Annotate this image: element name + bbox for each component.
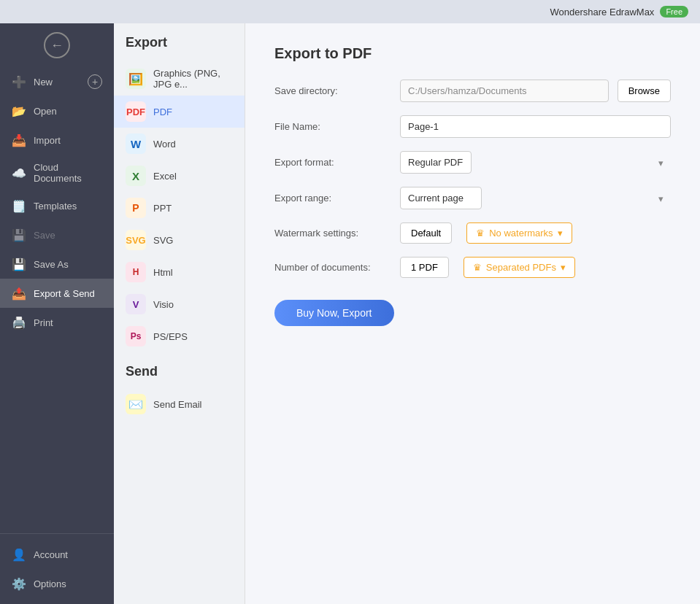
export-item-html[interactable]: H Html: [114, 256, 245, 288]
sidebar-item-templates[interactable]: 🗒️ Templates: [0, 191, 114, 220]
export-panel-title: Export: [114, 35, 245, 62]
export-panel: Export 🖼️ Graphics (PNG, JPG e... PDF PD…: [114, 23, 245, 604]
separated-button[interactable]: ♛ Separated PDFs ▾: [464, 257, 575, 278]
export-format-row: Export format: Regular PDF PDF/A PDF/X: [274, 151, 671, 174]
sidebar-item-options-label: Options: [34, 578, 66, 589]
export-format-label: Export format:: [274, 157, 391, 168]
watermark-label: Watermark settings:: [274, 228, 391, 239]
options-icon: ⚙️: [12, 576, 26, 591]
pdf-icon: PDF: [126, 101, 146, 122]
sidebar-item-cloud-label: Cloud Documents: [34, 162, 102, 184]
svg-icon: SVG: [126, 230, 146, 250]
ps-icon: Ps: [126, 326, 146, 346]
sidebar-item-new-label: New: [34, 77, 53, 88]
app-body: ← ➕ New + 📂 Open 📥 Import ☁️ Cloud Docum…: [0, 23, 700, 604]
app-name: Wondershare EdrawMax: [550, 7, 655, 18]
templates-icon: 🗒️: [12, 198, 26, 213]
export-item-excel-label: Excel: [153, 171, 177, 182]
free-badge: Free: [660, 6, 688, 18]
export-item-pseps-label: PS/EPS: [153, 331, 188, 342]
sidebar-item-save-label: Save: [34, 230, 55, 241]
new-icon: ➕: [12, 74, 26, 89]
num-docs-row: Number of documents: 1 PDF ♛ Separated P…: [274, 257, 671, 278]
export-item-pseps[interactable]: Ps PS/EPS: [114, 320, 245, 352]
saveas-icon: 💾: [12, 257, 26, 271]
export-item-ppt[interactable]: P PPT: [114, 192, 245, 224]
right-panel: Export to PDF Save directory: Browse Fil…: [245, 23, 700, 604]
sidebar-bottom: 👤 Account ⚙️ Options: [0, 533, 114, 604]
sidebar-items: ➕ New + 📂 Open 📥 Import ☁️ Cloud Documen…: [0, 67, 114, 533]
open-icon: 📂: [12, 104, 26, 118]
export-format-select[interactable]: Regular PDF PDF/A PDF/X: [400, 151, 472, 174]
excel-icon: X: [126, 166, 146, 186]
export-item-word[interactable]: W Word: [114, 128, 245, 160]
file-name-label: File Name:: [274, 121, 391, 132]
cloud-icon: ☁️: [12, 166, 26, 180]
sidebar-item-options[interactable]: ⚙️ Options: [0, 569, 114, 598]
watermark-crown-icon: ♛: [476, 228, 485, 239]
export-range-wrapper: Current page All pages Selected pages: [400, 187, 671, 209]
num-docs-label: Number of documents:: [274, 262, 391, 273]
export-item-sendemail[interactable]: ✉️ Send Email: [114, 388, 245, 420]
sidebar-item-new[interactable]: ➕ New +: [0, 67, 114, 96]
sidebar-item-export[interactable]: 📤 Export & Send: [0, 279, 114, 308]
export-item-sendemail-label: Send Email: [153, 399, 201, 410]
export-icon: 📤: [12, 286, 26, 301]
doc-count-button[interactable]: 1 PDF: [400, 257, 449, 278]
watermark-default-button[interactable]: Default: [400, 222, 452, 244]
back-button[interactable]: ←: [44, 32, 70, 58]
html-icon: H: [126, 262, 146, 282]
export-item-graphics[interactable]: 🖼️ Graphics (PNG, JPG e...: [114, 62, 245, 96]
export-item-visio[interactable]: V Visio: [114, 288, 245, 320]
export-range-label: Export range:: [274, 193, 391, 204]
sidebar-item-open[interactable]: 📂 Open: [0, 96, 114, 125]
watermark-dropdown-icon: ▾: [558, 228, 563, 239]
sidebar-item-save: 💾 Save: [0, 220, 114, 249]
save-directory-input[interactable]: [400, 80, 609, 102]
separated-crown-icon: ♛: [473, 262, 482, 273]
ppt-icon: P: [126, 198, 146, 218]
export-item-word-label: Word: [153, 139, 176, 150]
export-item-visio-label: Visio: [153, 299, 174, 310]
buy-now-button[interactable]: Buy Now, Export: [274, 300, 394, 326]
export-item-excel[interactable]: X Excel: [114, 160, 245, 192]
export-item-svg[interactable]: SVG SVG: [114, 224, 245, 256]
new-add-button[interactable]: +: [88, 74, 102, 89]
sidebar-item-saveas[interactable]: 💾 Save As: [0, 249, 114, 279]
email-icon: ✉️: [126, 394, 146, 414]
browse-button[interactable]: Browse: [618, 80, 671, 102]
sidebar-item-account[interactable]: 👤 Account: [0, 540, 114, 569]
back-button-container[interactable]: ←: [0, 23, 114, 67]
print-icon: 🖨️: [12, 315, 26, 330]
account-icon: 👤: [12, 547, 26, 562]
sidebar-item-export-label: Export & Send: [34, 288, 95, 299]
sidebar: ← ➕ New + 📂 Open 📥 Import ☁️ Cloud Docum…: [0, 23, 114, 604]
export-format-wrapper: Regular PDF PDF/A PDF/X: [400, 151, 671, 174]
separated-label: Separated PDFs: [486, 262, 556, 273]
export-item-svg-label: SVG: [153, 235, 173, 246]
export-item-pdf[interactable]: PDF PDF: [114, 96, 245, 128]
import-icon: 📥: [12, 133, 26, 147]
export-range-row: Export range: Current page All pages Sel…: [274, 187, 671, 209]
sidebar-item-cloud[interactable]: ☁️ Cloud Documents: [0, 155, 114, 191]
main-content: Export 🖼️ Graphics (PNG, JPG e... PDF PD…: [114, 23, 700, 604]
sidebar-item-saveas-label: Save As: [34, 259, 69, 270]
title-bar: Wondershare EdrawMax Free: [0, 0, 700, 23]
sidebar-item-open-label: Open: [34, 106, 57, 117]
file-name-input[interactable]: [400, 115, 671, 138]
sidebar-item-import-label: Import: [34, 135, 61, 146]
file-name-row: File Name:: [274, 115, 671, 138]
export-item-ppt-label: PPT: [153, 203, 172, 214]
export-item-pdf-label: PDF: [153, 107, 172, 117]
save-directory-row: Save directory: Browse: [274, 80, 671, 102]
sidebar-item-import[interactable]: 📥 Import: [0, 125, 114, 155]
save-icon: 💾: [12, 228, 26, 242]
separated-dropdown-icon: ▾: [561, 262, 566, 273]
export-range-select[interactable]: Current page All pages Selected pages: [400, 187, 482, 209]
send-section-title: Send: [114, 352, 245, 388]
sidebar-item-print-label: Print: [34, 317, 53, 328]
watermark-select-button[interactable]: ♛ No watermarks ▾: [466, 222, 572, 244]
save-directory-label: Save directory:: [274, 85, 391, 96]
sidebar-item-account-label: Account: [34, 549, 68, 560]
sidebar-item-print[interactable]: 🖨️ Print: [0, 308, 114, 337]
